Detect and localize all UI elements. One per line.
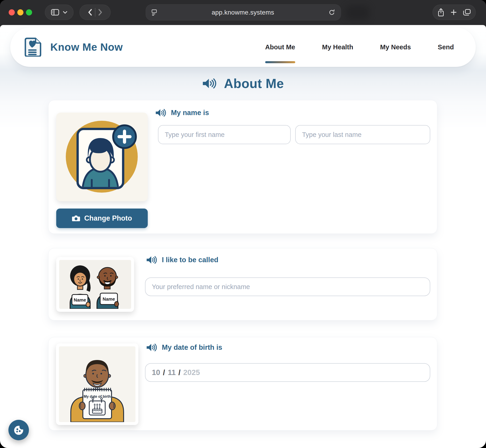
speaker-icon — [202, 78, 216, 89]
dob-day: 11 — [168, 368, 176, 377]
change-photo-button[interactable]: Change Photo — [56, 208, 148, 228]
name-label: My name is — [171, 109, 209, 117]
browser-chrome: app.knowme.systems — [0, 0, 486, 25]
page-settings-icon — [151, 9, 157, 16]
tabs-icon — [463, 9, 471, 16]
tab-overview-button[interactable] — [463, 9, 471, 16]
history-nav-group — [79, 5, 111, 20]
nav-active-underline — [265, 61, 295, 63]
dob-label-row: My date of birth is — [146, 343, 222, 352]
page-title-speaker-button[interactable] — [202, 78, 216, 89]
forward-button[interactable] — [98, 9, 102, 16]
name-tag: Name — [103, 296, 115, 302]
chevron-left-icon — [88, 9, 92, 16]
nav-item-my-needs[interactable]: My Needs — [380, 27, 411, 67]
dob-year: 2025 — [183, 368, 200, 377]
dob-month: 10 — [152, 368, 160, 377]
browser-window: app.knowme.systems — [0, 0, 486, 448]
url-bar[interactable]: app.knowme.systems — [146, 4, 341, 20]
nav-label: Send — [438, 43, 454, 51]
two-people-name-tags-illustration: Name Name — [59, 260, 131, 309]
camera-icon — [72, 215, 80, 222]
divider — [95, 8, 95, 16]
zoom-window-button[interactable] — [26, 9, 32, 16]
nav-label: About Me — [265, 43, 295, 51]
nickname-image: Name Name — [56, 257, 134, 312]
window-controls — [9, 9, 32, 16]
nav-item-about-me[interactable]: About Me — [265, 27, 295, 67]
nickname-label: I like to be called — [162, 256, 218, 264]
toolbar-actions-group — [433, 5, 476, 20]
sidebar-menu-button[interactable] — [63, 11, 67, 14]
brand-logo-icon — [24, 38, 42, 57]
nav-label: My Health — [322, 43, 353, 51]
chevron-down-icon — [63, 11, 67, 14]
plus-icon — [451, 9, 457, 16]
name-card: Change Photo My name is — [48, 100, 437, 234]
url-text: app.knowme.systems — [157, 9, 329, 16]
close-window-button[interactable] — [9, 9, 15, 16]
speaker-icon — [146, 343, 157, 352]
name-label-row: My name is — [155, 108, 209, 117]
nickname-label-row: I like to be called — [146, 256, 218, 264]
dob-card: My date of birth — [48, 337, 437, 431]
dob-separator: / — [163, 368, 165, 377]
new-tab-button[interactable] — [451, 9, 457, 16]
avatar-placeholder-illustration — [56, 112, 148, 201]
dob-label: My date of birth is — [162, 343, 222, 352]
brand-title: Know Me Now — [50, 41, 123, 53]
cookie-icon — [12, 424, 25, 436]
speaker-icon — [146, 256, 157, 264]
nickname-speaker-button[interactable] — [146, 256, 157, 264]
blurred-region — [346, 6, 370, 20]
dob-speaker-button[interactable] — [146, 343, 157, 352]
sidebar-toggle-group — [45, 5, 74, 20]
nav-item-my-health[interactable]: My Health — [322, 27, 353, 67]
name-tag: Name — [74, 297, 86, 303]
page-title-row: About Me — [0, 76, 486, 91]
main-nav: About Me My Health My Needs Send — [265, 27, 454, 67]
nickname-card: Name Name — [48, 248, 437, 320]
minimize-window-button[interactable] — [17, 9, 24, 16]
dob-separator: / — [179, 368, 181, 377]
page-title: About Me — [224, 76, 284, 91]
last-name-input[interactable] — [295, 125, 430, 144]
man-with-birthday-calendar-illustration: My date of birth — [59, 346, 135, 422]
nickname-input[interactable] — [145, 277, 430, 296]
cookie-settings-button[interactable] — [8, 420, 29, 440]
name-speaker-button[interactable] — [155, 108, 166, 117]
chevron-right-icon — [98, 9, 102, 16]
photo-placeholder[interactable] — [56, 112, 148, 201]
page-content: Know Me Now About Me My Health My Needs … — [0, 25, 486, 448]
back-button[interactable] — [88, 9, 92, 16]
brand[interactable]: Know Me Now — [24, 38, 123, 57]
dob-input[interactable]: 10 / 11 / 2025 — [145, 363, 430, 382]
sidebar-icon — [51, 9, 59, 16]
speaker-icon — [155, 108, 166, 117]
refresh-icon — [329, 9, 335, 16]
first-name-input[interactable] — [158, 125, 291, 144]
refresh-button[interactable] — [329, 9, 335, 16]
share-icon — [437, 8, 444, 16]
nav-label: My Needs — [380, 43, 411, 51]
change-photo-label: Change Photo — [84, 214, 132, 222]
app-header: Know Me Now About Me My Health My Needs … — [10, 27, 476, 67]
share-button[interactable] — [437, 8, 444, 16]
dob-image: My date of birth — [56, 343, 138, 425]
nav-item-send[interactable]: Send — [438, 27, 454, 67]
sidebar-toggle-button[interactable] — [51, 9, 59, 16]
dob-sign-text: My date of birth — [83, 395, 111, 399]
